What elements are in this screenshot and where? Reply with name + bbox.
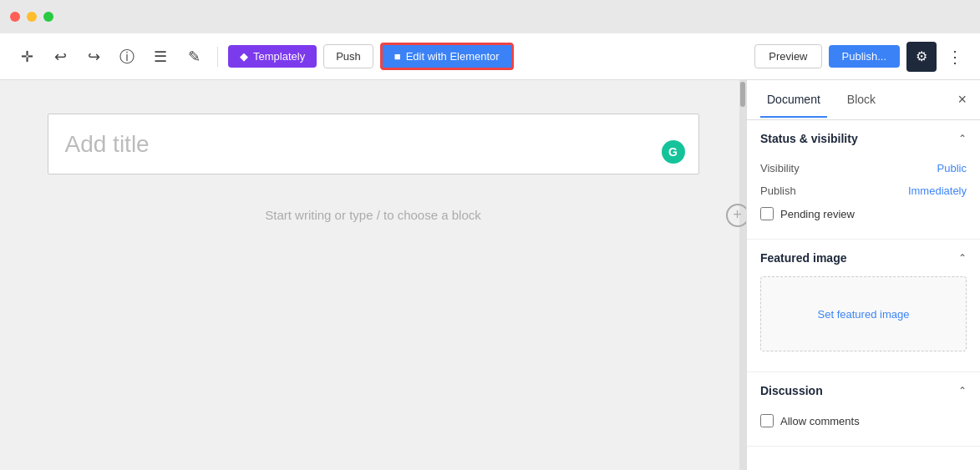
redo-icon: ↪ [88, 48, 100, 66]
featured-image-title: Featured image [760, 251, 846, 265]
push-button[interactable]: Push [323, 44, 373, 68]
visibility-value[interactable]: Public [937, 162, 967, 174]
pencil-icon: ✎ [188, 48, 201, 66]
editor-area[interactable]: Add title G Start writing or type / to c… [0, 80, 746, 470]
status-visibility-header[interactable]: Status & visibility ⌃ [747, 120, 980, 157]
list-icon: ☰ [154, 48, 167, 66]
divider [217, 47, 218, 67]
right-panel: Document Block × Status & visibility ⌃ V… [746, 80, 980, 470]
visibility-row: Visibility Public [760, 157, 967, 179]
tools-button[interactable]: ✎ [180, 43, 207, 70]
editor-content: Add title G Start writing or type / to c… [48, 114, 699, 239]
main-layout: Add title G Start writing or type / to c… [0, 80, 980, 470]
discussion-header[interactable]: Discussion ⌃ [747, 372, 980, 409]
add-block-button[interactable]: + [726, 204, 747, 227]
grammarly-icon: G [662, 140, 685, 164]
status-visibility-section: Status & visibility ⌃ Visibility Public … [747, 120, 980, 240]
undo-button[interactable]: ↩ [47, 43, 74, 70]
status-visibility-body: Visibility Public Publish Immediately Pe… [747, 157, 980, 239]
scrollbar[interactable] [739, 80, 746, 470]
redo-button[interactable]: ↪ [80, 43, 107, 70]
push-label: Push [336, 50, 361, 63]
tab-document[interactable]: Document [760, 83, 827, 118]
status-visibility-title: Status & visibility [760, 132, 858, 145]
minimize-button[interactable] [27, 12, 37, 22]
info-icon: ⓘ [119, 47, 135, 67]
discussion-title: Discussion [760, 384, 823, 397]
pending-review-label: Pending review [780, 208, 855, 220]
discussion-body: Allow comments [747, 409, 980, 446]
close-icon: × [957, 91, 967, 108]
templately-label: Templately [253, 50, 305, 63]
discussion-section: Discussion ⌃ Allow comments [747, 372, 980, 447]
content-area[interactable]: Start writing or type / to choose a bloc… [48, 191, 699, 239]
gear-icon: ⚙ [916, 48, 927, 64]
featured-image-section: Featured image ⌃ Set featured image [747, 240, 980, 372]
maximize-button[interactable] [43, 12, 53, 22]
templately-button[interactable]: ◆ Templately [228, 45, 317, 68]
title-placeholder: Add title [65, 128, 682, 160]
allow-comments-label: Allow comments [780, 415, 860, 427]
allow-comments-checkbox[interactable] [760, 414, 774, 427]
plus-circle-icon: + [733, 206, 742, 224]
add-block-toolbar-button[interactable]: ✛ [13, 43, 40, 70]
panel-tabs: Document Block × [747, 80, 980, 120]
featured-image-header[interactable]: Featured image ⌃ [747, 240, 980, 276]
chevron-up-icon-discussion: ⌃ [958, 385, 967, 397]
chevron-up-icon-featured: ⌃ [958, 252, 967, 264]
visibility-label: Visibility [760, 162, 800, 174]
templately-icon: ◆ [240, 50, 248, 63]
preview-label: Preview [769, 50, 807, 63]
edit-with-elementor-button[interactable]: ■ Edit with Elementor [380, 43, 514, 70]
toolbar: ✛ ↩ ↪ ⓘ ☰ ✎ ◆ Templately Push ■ Edit wit… [0, 33, 980, 80]
publish-button[interactable]: Publish... [829, 45, 900, 68]
scroll-thumb[interactable] [740, 82, 745, 107]
pending-review-checkbox[interactable] [760, 207, 774, 220]
settings-button[interactable]: ⚙ [906, 42, 937, 72]
content-placeholder: Start writing or type / to choose a bloc… [265, 208, 480, 222]
undo-icon: ↩ [54, 48, 67, 66]
allow-comments-row: Allow comments [760, 409, 967, 432]
plus-icon: ✛ [21, 48, 33, 66]
tab-block[interactable]: Block [840, 83, 882, 118]
title-input-area[interactable]: Add title G [48, 114, 699, 174]
list-view-button[interactable]: ☰ [147, 43, 174, 70]
set-featured-image-label: Set featured image [818, 308, 910, 321]
panel-close-button[interactable]: × [957, 91, 967, 109]
more-options-button[interactable]: ⋮ [943, 43, 967, 70]
chevron-up-icon: ⌃ [958, 133, 967, 144]
elementor-icon: ■ [394, 50, 401, 63]
more-icon: ⋮ [947, 48, 963, 66]
close-button[interactable] [10, 12, 20, 22]
featured-image-body: Set featured image [747, 276, 980, 371]
elementor-label: Edit with Elementor [406, 50, 500, 63]
publish-row: Publish Immediately [760, 179, 967, 202]
publish-value[interactable]: Immediately [908, 184, 967, 197]
title-bar [0, 0, 980, 33]
preview-button[interactable]: Preview [754, 44, 821, 68]
publish-label-text: Publish [760, 184, 796, 197]
info-button[interactable]: ⓘ [114, 43, 140, 70]
featured-image-box[interactable]: Set featured image [760, 276, 967, 351]
publish-label: Publish... [842, 50, 886, 63]
pending-review-row: Pending review [760, 202, 967, 225]
